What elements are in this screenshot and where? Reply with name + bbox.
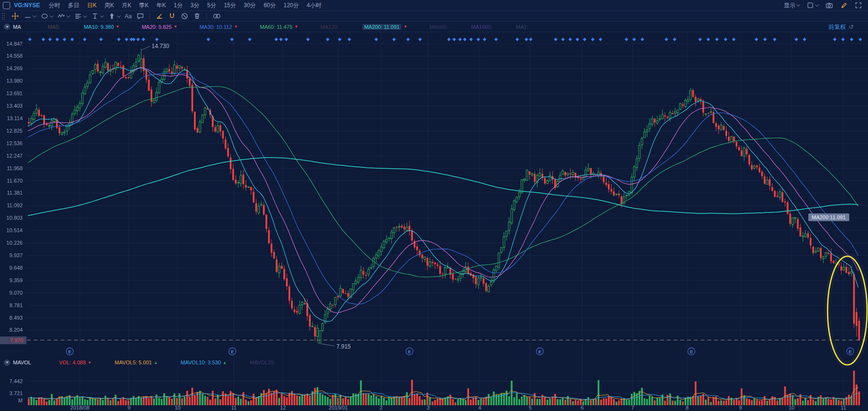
svg-text:8.781: 8.781 [9,302,23,308]
camera-icon [825,1,833,10]
layout-icon [806,1,814,9]
wave-icon[interactable] [57,12,70,20]
arrow-marker-icon[interactable] [108,12,120,20]
mavol-item-1[interactable]: MAVOL5:5.001▲ [115,360,157,365]
chevron-down-icon [66,13,70,17]
comment-icon[interactable] [136,12,144,20]
price-label-icon[interactable] [91,12,103,20]
down-triangle-icon: ▼ [88,361,91,365]
hide-drawings-icon[interactable] [180,12,189,20]
ma-label-7: MA500: [429,24,447,30]
highlight-ellipse-annotation[interactable] [828,256,867,365]
svg-text:8.493: 8.493 [9,315,23,321]
ma-item-8[interactable]: MA1000: [471,24,494,30]
tab-10[interactable]: 15分 [224,1,236,10]
ma-label-1: MA10: [84,24,99,30]
price-axis[interactable]: 14.84714.55814.26913.98013.69113.40313.1… [6,41,23,403]
fullscreen-button[interactable] [855,1,862,9]
time-axis[interactable]: 2018/0891011122019/01234567891011 [70,405,846,411]
delete-drawings-icon[interactable] [193,12,201,20]
ma-item-2[interactable]: MA20:9.825▼ [141,24,177,30]
shape-icon[interactable] [40,12,53,20]
tab-13[interactable]: 120分 [283,1,299,10]
ma-item-9[interactable]: MA1: [516,24,530,30]
svg-text:11: 11 [231,405,236,411]
chevron-down-icon [50,13,53,17]
tab-9[interactable]: 5分 [207,1,216,10]
chart-canvas[interactable]: 14.84714.55814.26913.98013.69113.40313.1… [0,0,868,411]
svg-text:9.070: 9.070 [9,290,23,296]
adjust-mode-button[interactable]: 前复权↺ [829,23,854,31]
chevron-down-icon [33,13,37,17]
ma-item-6[interactable]: MA200:11.091▼ [362,24,408,30]
ma-label-9: MA1: [516,24,528,30]
text-icon[interactable]: Aa [125,13,132,20]
candles-layer[interactable] [28,49,860,343]
ma-value-1: 9.380 [101,24,114,30]
tab-0[interactable]: 分时 [49,1,60,10]
tab-3[interactable]: 周K [104,1,114,10]
tab-8[interactable]: 3分 [191,1,200,10]
mavol-group-label[interactable]: MAVOL [13,360,31,365]
trend-line-icon[interactable] [24,12,36,20]
ma-item-3[interactable]: MA30:10.112▼ [200,24,238,30]
tab-12[interactable]: 60分 [264,1,276,10]
svg-text:14.730: 14.730 [152,43,169,50]
tab-6[interactable]: 年K [156,1,166,10]
svg-text:E: E [68,349,71,354]
tab-5[interactable]: 季K [139,1,149,10]
volume-ma-lines [28,387,858,400]
ma-group-label[interactable]: MA [13,24,21,30]
display-dropdown[interactable]: 显示 [784,1,800,10]
earnings-markers[interactable]: EEEEEE [66,348,854,355]
svg-text:8: 8 [686,405,689,411]
down-triangle-icon: ▼ [234,25,238,29]
tab-7[interactable]: 1分 [174,1,183,10]
ma-item-5[interactable]: MA120: [320,24,340,30]
svg-text:12: 12 [280,405,286,411]
tab-2[interactable]: 日K [87,1,97,10]
layout-dropdown[interactable] [806,1,818,9]
svg-text:9.937: 9.937 [9,252,23,258]
angle-icon[interactable] [155,12,164,20]
mavol-item-2[interactable]: MAVOL10:3.530▲ [181,360,227,365]
tab-14[interactable]: 4小时 [306,1,321,10]
mavol-item-0[interactable]: VOL:4.088▼ [59,360,92,365]
adjust-mode-label: 前复权 [829,24,846,30]
svg-text:E: E [231,349,234,354]
svg-text:13.691: 13.691 [6,90,23,96]
ma-label-5: MA120: [320,24,339,30]
ma-item-1[interactable]: MA10:9.380▼ [84,24,119,30]
volume-bars[interactable] [28,371,860,405]
ma-item-7[interactable]: MA500: [429,24,449,30]
link-charts-icon[interactable] [212,12,221,20]
magnet-icon[interactable] [168,12,176,20]
collapse-indicator-icon[interactable] [4,24,10,30]
screenshot-button[interactable] [825,1,833,10]
ma-item-0[interactable]: MA5: [48,24,62,30]
svg-text:13.403: 13.403 [6,103,23,109]
app-window-icon[interactable] [3,2,10,9]
down-triangle-icon: ▼ [294,25,298,29]
symbol-label[interactable]: VG:NYSE [14,2,40,9]
svg-text:M: M [18,398,23,403]
news-diamond-markers[interactable] [28,37,862,41]
draw-button[interactable] [840,1,848,9]
collapse-indicator-icon[interactable] [4,360,10,366]
move-icon[interactable] [11,12,19,20]
mavol-item-3[interactable]: MAVOL20: [250,360,277,365]
mavol-label-1: MAVOL5: [115,360,137,365]
tab-1[interactable]: 多日 [68,1,79,10]
svg-text:E: E [408,349,411,354]
up-triangle-icon: ▲ [154,361,158,365]
ma-item-4[interactable]: MA60:11.475▼ [260,24,298,30]
svg-text:10: 10 [175,405,180,411]
ma-indicator-row: MA MA5:MA10:9.380▼MA20:9.825▼MA30:10.112… [0,22,868,32]
font-label: Aa [125,13,132,20]
fib-lines-icon[interactable] [74,12,87,20]
mavol-value-0: 4.088 [73,360,86,365]
svg-text:9.359: 9.359 [9,277,23,283]
tab-4[interactable]: 月K [122,1,131,10]
svg-text:14.847: 14.847 [6,41,23,47]
tab-11[interactable]: 30分 [244,1,256,10]
